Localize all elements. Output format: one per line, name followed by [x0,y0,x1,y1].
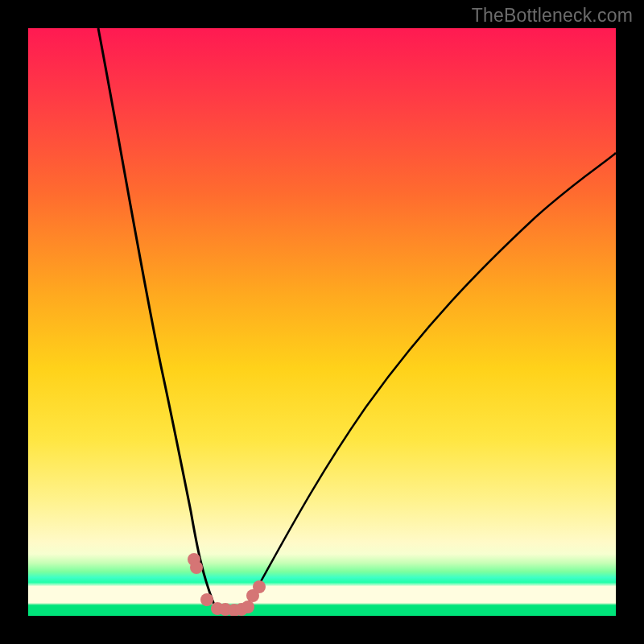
curve-right-branch [246,153,616,609]
marker-cluster [188,553,266,616]
svg-point-7 [242,601,254,613]
svg-point-1 [190,561,203,574]
curve-layer [28,28,616,616]
svg-point-9 [253,580,266,593]
plot-area [28,28,616,616]
curve-left-branch [98,28,216,609]
svg-point-2 [200,593,213,606]
chart-frame: TheBottleneck.com [0,0,644,644]
watermark-text: TheBottleneck.com [472,5,633,27]
